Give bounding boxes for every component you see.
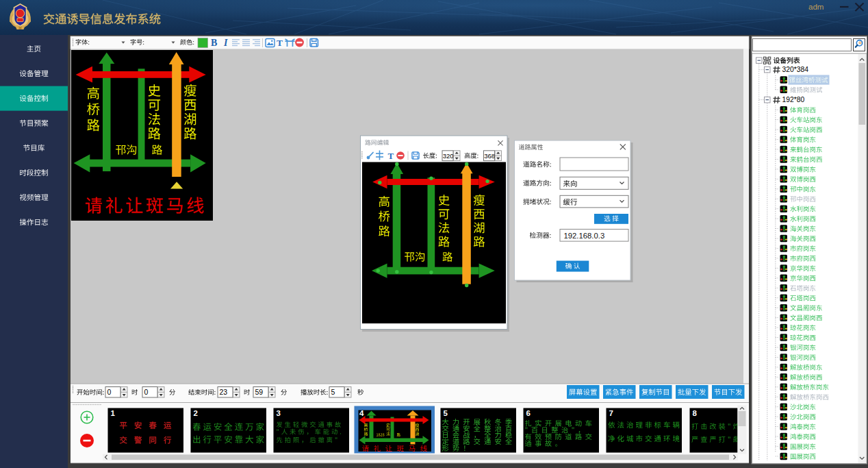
svg-text:T: T	[388, 151, 394, 161]
svg-text:2: 2	[194, 409, 198, 417]
svg-text:192*80: 192*80	[782, 96, 805, 103]
svg-text:5: 5	[331, 388, 335, 396]
svg-text:320*384: 320*384	[782, 66, 809, 73]
svg-text:5: 5	[444, 409, 448, 417]
svg-text:8: 8	[693, 409, 698, 417]
svg-text:adm: adm	[808, 3, 824, 11]
svg-text:4: 4	[359, 409, 364, 417]
svg-text:3: 3	[277, 409, 281, 417]
svg-text:0: 0	[107, 388, 112, 396]
svg-text:0: 0	[144, 388, 149, 396]
svg-text:6: 6	[526, 409, 531, 417]
svg-text:23: 23	[220, 388, 228, 396]
svg-text:320: 320	[443, 152, 454, 160]
svg-text:59: 59	[255, 388, 264, 396]
svg-text:T: T	[277, 38, 283, 48]
svg-text:1: 1	[111, 409, 116, 417]
svg-text:368: 368	[484, 152, 495, 160]
svg-text:192.168.0.3: 192.168.0.3	[564, 232, 605, 240]
svg-text:I: I	[223, 38, 228, 48]
svg-text:B: B	[211, 38, 217, 48]
svg-text:7: 7	[609, 409, 613, 417]
